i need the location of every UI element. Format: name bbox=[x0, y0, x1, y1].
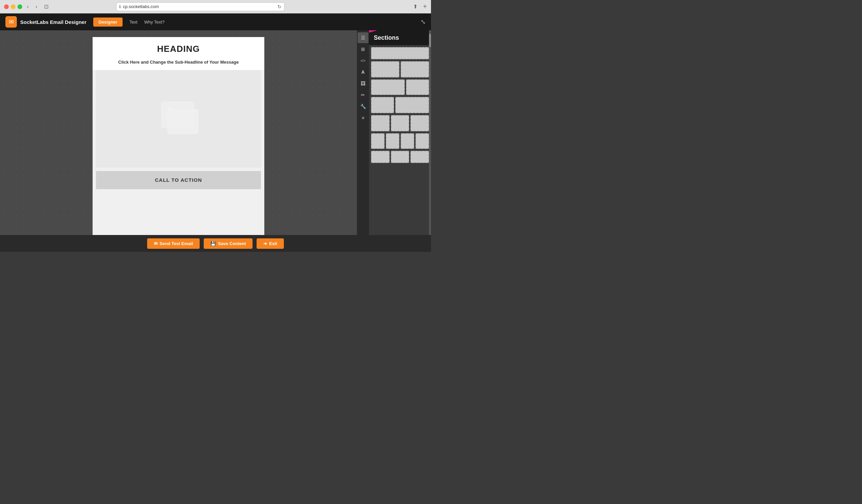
minimize-button[interactable] bbox=[11, 4, 15, 9]
section-row-5 bbox=[371, 115, 429, 131]
save-content-label: Save Content bbox=[218, 241, 246, 246]
bottom-toolbar: ✉ Send Test Email 💾 Save Content ➜ Exit bbox=[0, 235, 431, 252]
section-block-6d[interactable] bbox=[416, 133, 429, 149]
email-heading-section[interactable]: HEADING bbox=[93, 37, 264, 57]
section-block-7b[interactable] bbox=[391, 151, 409, 163]
grid-icon-button[interactable]: ⊞ bbox=[357, 44, 368, 55]
image-icon-button[interactable]: 🖼 bbox=[357, 78, 368, 89]
canvas-area: HEADING Click Here and Change the Sub-He… bbox=[0, 30, 357, 235]
code-icon-button[interactable]: </> bbox=[357, 55, 368, 66]
section-row-2 bbox=[371, 61, 429, 77]
forward-button[interactable]: › bbox=[33, 3, 39, 11]
main-layout: HEADING Click Here and Change the Sub-He… bbox=[0, 30, 431, 235]
app-title: SocketLabs Email Designer bbox=[20, 19, 87, 25]
exit-label: Exit bbox=[269, 241, 277, 246]
reload-button[interactable]: ↻ bbox=[277, 4, 282, 10]
save-content-button[interactable]: 💾 Save Content bbox=[204, 238, 252, 249]
section-block-third-5c[interactable] bbox=[410, 115, 429, 131]
section-row-6 bbox=[371, 133, 429, 149]
exit-icon: ➜ bbox=[263, 241, 267, 246]
section-block-third-5a[interactable] bbox=[371, 115, 390, 131]
text-nav-link[interactable]: Text bbox=[129, 19, 138, 25]
send-test-email-button[interactable]: ✉ Send Test Email bbox=[147, 238, 200, 249]
right-sidebar: ☰ ⊞ </> A 🖼 ✏ 🔧 ≡ Sections bbox=[357, 30, 431, 235]
section-block-7a[interactable] bbox=[371, 151, 390, 163]
share-button[interactable]: ⬆ bbox=[413, 3, 418, 10]
section-block-half-2a[interactable] bbox=[371, 61, 399, 77]
section-block-6b[interactable] bbox=[386, 133, 399, 149]
email-canvas: HEADING Click Here and Change the Sub-He… bbox=[93, 37, 264, 235]
section-block-4a[interactable] bbox=[371, 97, 394, 113]
sections-header: Sections Sections bbox=[369, 30, 431, 45]
section-block-6a[interactable] bbox=[371, 133, 384, 149]
section-block-6c[interactable] bbox=[401, 133, 414, 149]
section-block-full-1[interactable] bbox=[371, 47, 429, 59]
designer-button[interactable]: Designer bbox=[93, 17, 123, 27]
save-icon: 💾 bbox=[210, 241, 216, 246]
logo-icon: ✉ bbox=[5, 16, 17, 28]
traffic-lights bbox=[4, 4, 22, 9]
new-tab-button[interactable]: + bbox=[423, 3, 427, 11]
sections-title: Sections bbox=[374, 34, 399, 41]
logo-area: ✉ SocketLabs Email Designer bbox=[5, 16, 87, 28]
section-block-4b[interactable] bbox=[395, 97, 429, 113]
list-icon-button[interactable]: ≡ bbox=[357, 112, 368, 123]
sidebar-toggle-button[interactable]: ⊡ bbox=[42, 3, 51, 11]
app-header: ✉ SocketLabs Email Designer Designer Tex… bbox=[0, 13, 431, 30]
exit-button[interactable]: ➜ Exit bbox=[257, 238, 284, 249]
email-image-placeholder[interactable] bbox=[96, 70, 261, 168]
info-icon: ℹ bbox=[119, 4, 121, 9]
address-bar: ℹ cp.socketlabs.com ↻ bbox=[116, 2, 285, 11]
send-email-icon: ✉ bbox=[154, 241, 158, 246]
section-row-3 bbox=[371, 79, 429, 95]
sidebar-scrollbar-thumb bbox=[429, 34, 431, 47]
section-row-4 bbox=[371, 97, 429, 113]
section-block-3a[interactable] bbox=[371, 79, 405, 95]
email-cta-section[interactable]: CALL TO ACTION bbox=[96, 171, 261, 189]
placeholder-image-icon bbox=[152, 95, 205, 143]
sections-grid bbox=[369, 45, 431, 165]
text-icon-button[interactable]: A bbox=[357, 67, 368, 77]
section-block-7c[interactable] bbox=[410, 151, 429, 163]
back-button[interactable]: ‹ bbox=[25, 3, 31, 11]
browser-chrome: ‹ › ⊡ ℹ cp.socketlabs.com ↻ ⬆ + bbox=[0, 0, 431, 13]
sidebar-icon-strip: ☰ ⊞ </> A 🖼 ✏ 🔧 ≡ bbox=[357, 30, 369, 235]
wrench-icon-button[interactable]: 🔧 bbox=[357, 101, 368, 112]
sidebar-scrollbar[interactable] bbox=[429, 30, 431, 235]
why-text-nav-link[interactable]: Why Text? bbox=[144, 19, 164, 25]
pen-icon-button[interactable]: ✏ bbox=[357, 90, 368, 100]
close-button[interactable] bbox=[4, 4, 9, 9]
section-block-3b[interactable] bbox=[406, 79, 429, 95]
maximize-button[interactable] bbox=[17, 4, 22, 9]
fullscreen-button[interactable]: ⤡ bbox=[420, 18, 426, 26]
email-subheading-section[interactable]: Click Here and Change the Sub-Headline o… bbox=[93, 57, 264, 70]
sections-panel: Sections Sections bbox=[369, 30, 431, 235]
url-text: cp.socketlabs.com bbox=[123, 4, 159, 9]
email-subheading-text: Click Here and Change the Sub-Headline o… bbox=[99, 59, 258, 65]
section-row-1 bbox=[371, 47, 429, 59]
send-test-email-label: Send Test Email bbox=[160, 241, 193, 246]
hamburger-icon-button[interactable]: ☰ bbox=[357, 32, 368, 43]
email-cta-text: CALL TO ACTION bbox=[155, 177, 202, 183]
email-heading-text: HEADING bbox=[99, 44, 258, 54]
section-row-7 bbox=[371, 151, 429, 163]
section-block-half-2b[interactable] bbox=[401, 61, 429, 77]
section-block-third-5b[interactable] bbox=[391, 115, 409, 131]
logo-symbol: ✉ bbox=[9, 18, 14, 26]
